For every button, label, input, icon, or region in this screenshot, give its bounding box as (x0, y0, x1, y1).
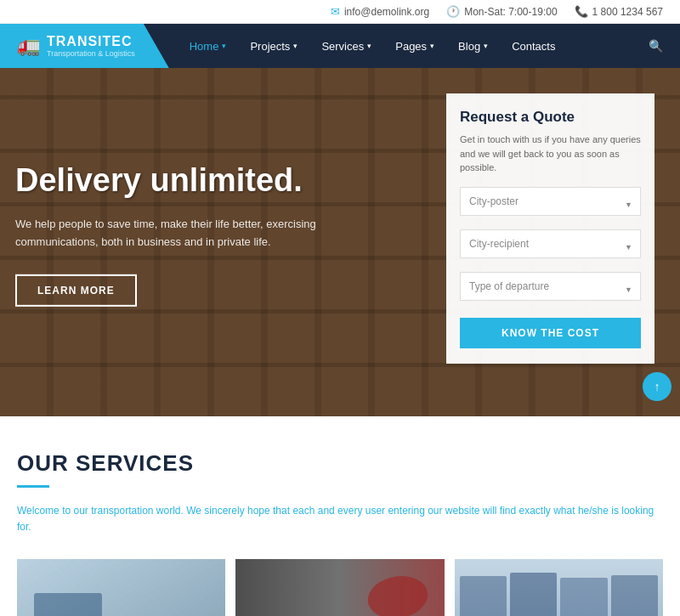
phone-icon: 📞 (575, 5, 588, 18)
learn-more-button[interactable]: LEARN MORE (15, 274, 137, 307)
nav-item-contacts[interactable]: Contacts (500, 25, 567, 68)
nav-item-blog[interactable]: Blog ▾ (446, 25, 500, 68)
city-poster-select[interactable]: City-poster (460, 187, 641, 216)
chevron-down-icon: ▾ (430, 42, 434, 50)
email-text: info@demolink.org (344, 6, 429, 18)
main-nav: Home ▾ Projects ▾ Services ▾ Pages ▾ Blo… (169, 24, 680, 68)
services-description: Welcome to our transportation world. We … (17, 503, 663, 535)
services-grid: Transportation Logistics Towing Service (17, 559, 663, 616)
scroll-up-button[interactable]: ↑ (643, 372, 672, 401)
header: 🚛 TRANSITEC Transportation & Logistics H… (0, 24, 680, 68)
nav-item-home[interactable]: Home ▾ (178, 25, 239, 68)
logo-truck-icon: 🚛 (17, 35, 40, 57)
quote-form-title: Request a Quote (460, 109, 641, 126)
hero-section: Delivery unlimited. We help people to sa… (0, 68, 680, 416)
quote-form-description: Get in touch with us if you have any que… (460, 133, 641, 175)
services-section-title: OUR SERVICES (17, 450, 663, 477)
logo-text: TRANSITEC Transportation & Logistics (47, 34, 135, 58)
chevron-down-icon: ▾ (367, 42, 371, 50)
city-recipient-wrapper: City-recipient (460, 229, 641, 265)
type-departure-wrapper: Type of departure (460, 272, 641, 308)
hero-content: Delivery unlimited. We help people to sa… (15, 163, 372, 307)
hours-text: Mon-Sat: 7:00-19:00 (464, 6, 557, 18)
title-underline (17, 485, 49, 488)
service-card-transportation[interactable]: Transportation (17, 559, 225, 616)
nav-item-services[interactable]: Services ▾ (309, 25, 383, 68)
search-button[interactable]: 🔍 (632, 24, 680, 68)
email-icon: ✉ (331, 5, 340, 18)
clock-icon: 🕐 (446, 5, 460, 18)
service-card-logistics[interactable]: Logistics (235, 559, 444, 616)
city-recipient-select[interactable]: City-recipient (460, 229, 641, 258)
hours-contact: 🕐 Mon-Sat: 7:00-19:00 (446, 5, 557, 18)
nav-item-projects[interactable]: Projects ▾ (238, 25, 309, 68)
brand-name: TRANSITEC (47, 34, 135, 49)
email-contact[interactable]: ✉ info@demolink.org (331, 5, 429, 18)
service-img-logistics (235, 559, 444, 616)
hero-subtitle: We help people to save time, make their … (15, 216, 372, 251)
service-card-towing[interactable]: Towing Service (455, 559, 663, 616)
chevron-down-icon: ▾ (293, 42, 298, 50)
type-departure-select[interactable]: Type of departure (460, 272, 641, 301)
top-bar: ✉ info@demolink.org 🕐 Mon-Sat: 7:00-19:0… (0, 0, 680, 24)
city-poster-wrapper: City-poster (460, 187, 641, 223)
chevron-down-icon: ▾ (222, 42, 226, 50)
know-cost-button[interactable]: KNOW THE COST (460, 318, 641, 348)
nav-item-pages[interactable]: Pages ▾ (383, 25, 446, 68)
quote-form: Request a Quote Get in touch with us if … (446, 93, 654, 364)
service-img-transportation (17, 559, 225, 616)
services-section: OUR SERVICES Welcome to our transportati… (0, 416, 680, 616)
chevron-down-icon: ▾ (484, 42, 488, 50)
phone-contact[interactable]: 📞 1 800 1234 567 (575, 5, 663, 18)
hero-title: Delivery unlimited. (15, 163, 372, 199)
logo[interactable]: 🚛 TRANSITEC Transportation & Logistics (0, 24, 169, 68)
brand-tagline: Transportation & Logistics (47, 49, 135, 58)
service-img-towing (455, 559, 663, 616)
phone-text: 1 800 1234 567 (592, 6, 663, 18)
